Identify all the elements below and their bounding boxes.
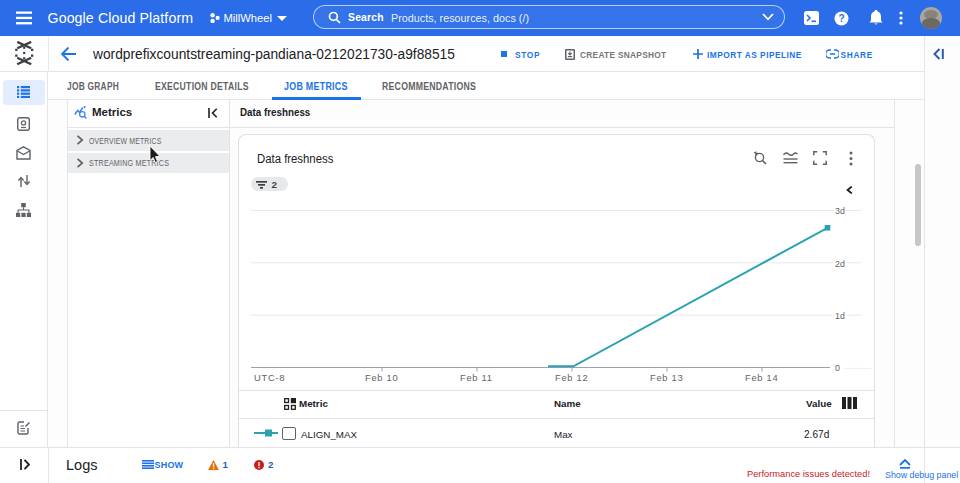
svg-text:?: ?	[838, 13, 844, 24]
